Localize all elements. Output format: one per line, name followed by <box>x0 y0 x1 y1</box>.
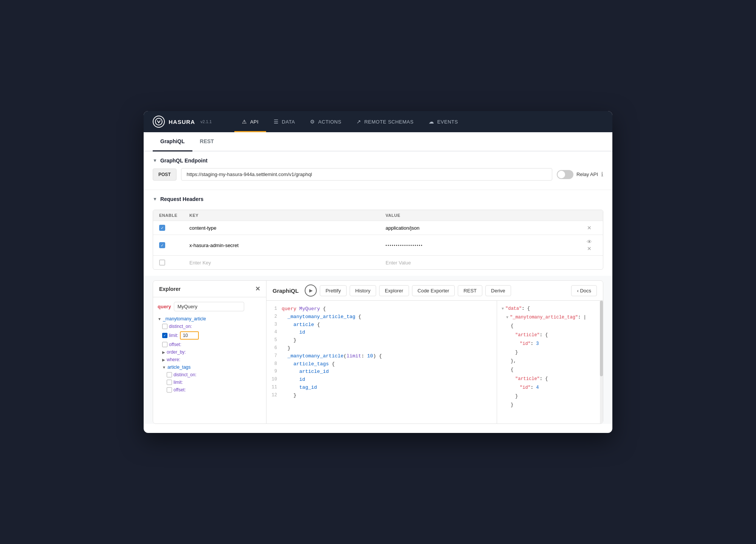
method-badge: POST <box>153 168 177 181</box>
explorer-close-button[interactable]: ✕ <box>255 285 260 292</box>
nav-label-events: EVENTS <box>437 119 458 125</box>
nav-item-events[interactable]: ☁ EVENTS <box>421 111 466 132</box>
code-line-12: 12 } <box>271 392 492 400</box>
headers-chevron-icon: ▼ <box>153 196 157 202</box>
nav-item-data[interactable]: ☰ DATA <box>266 111 302 132</box>
tree-param-offset[interactable]: offset: <box>162 341 262 348</box>
logo-text: HASURA <box>169 119 195 125</box>
api-icon: ⚠ <box>242 119 247 125</box>
param-label-distinct-on: distinct_on: <box>169 324 192 329</box>
graphiql-toolbar: GraphiQL ▶ Prettify History Explorer Cod… <box>266 281 603 301</box>
app-window: HASURA v2.1.1 ⚠ API ☰ DATA ⚙ ACTIONS ↗ R… <box>144 111 612 433</box>
endpoint-url-input[interactable] <box>181 168 552 181</box>
order-by-arrow-icon: ▶ <box>162 350 165 354</box>
param-checkbox-limit-2[interactable] <box>167 380 172 385</box>
param-label-order-by: order_by: <box>167 349 186 355</box>
header-value-placeholder[interactable]: Enter Value <box>386 260 582 266</box>
history-button[interactable]: History <box>350 285 376 296</box>
result-article-key-2: "article": { <box>515 376 548 382</box>
header-key-placeholder[interactable]: Enter Key <box>189 260 386 266</box>
code-line-2: 2 _manytomany_article_tag { <box>271 313 492 321</box>
tree-root-item[interactable]: ▼ _manytomany_article <box>158 315 262 323</box>
result-scrollbar[interactable] <box>600 301 603 423</box>
result-article-tag-arrow: ▼ <box>506 315 508 321</box>
param-checkbox-offset[interactable] <box>162 342 167 347</box>
tree-param-order-by[interactable]: ▶ order_by: <box>162 348 262 356</box>
col-enable: ENABLE <box>159 213 189 218</box>
child-table-label: article_tags <box>167 365 191 370</box>
header-value-1: application/json <box>386 225 582 231</box>
run-query-button[interactable]: ▶ <box>305 284 317 297</box>
tree-param-distinct-on[interactable]: distinct_on: <box>162 323 262 330</box>
tree-child-article-tags[interactable]: ▼ article_tags <box>162 363 262 371</box>
nav-item-remote-schemas[interactable]: ↗ REMOTE SCHEMAS <box>349 111 421 132</box>
rest-button[interactable]: REST <box>458 285 482 296</box>
param-checkbox-limit[interactable]: ✓ <box>162 333 167 338</box>
result-panel: ▼ "data": { ▼ "_manytomany_article_tag":… <box>497 301 603 423</box>
explorer-button[interactable]: Explorer <box>379 285 409 296</box>
explorer-panel: Explorer ✕ query ▼ _manytomany_article <box>153 281 266 423</box>
nav-label-remote-schemas: REMOTE SCHEMAS <box>364 119 414 125</box>
derive-button[interactable]: Derive <box>485 285 511 296</box>
code-line-10: 10 id <box>271 376 492 384</box>
tree-root-label: _manytomany_article <box>163 316 206 321</box>
docs-button[interactable]: ‹ Docs <box>571 285 597 296</box>
prettify-button[interactable]: Prettify <box>320 285 346 296</box>
headers-table: ENABLE KEY VALUE ✓ content-type applicat… <box>153 210 603 270</box>
relay-info-icon[interactable]: ℹ <box>601 171 603 178</box>
code-line-8: 8 article_tags { <box>271 360 492 368</box>
header-enable-checkbox-2[interactable]: ✓ <box>159 242 165 248</box>
header-enable-checkbox-1[interactable]: ✓ <box>159 225 165 231</box>
nav-item-actions[interactable]: ⚙ ACTIONS <box>302 111 349 132</box>
code-editor[interactable]: 1 query MyQuery { 2 _manytomany_article_… <box>266 301 497 423</box>
editor-area: Explorer ✕ query ▼ _manytomany_article <box>153 280 603 424</box>
scrollbar-thumb[interactable] <box>600 301 603 376</box>
top-nav: HASURA v2.1.1 ⚠ API ☰ DATA ⚙ ACTIONS ↗ R… <box>144 111 612 132</box>
code-line-5: 5 } <box>271 337 492 345</box>
nav-label-actions: ACTIONS <box>318 119 341 125</box>
data-icon: ☰ <box>274 119 279 125</box>
events-icon: ☁ <box>429 119 434 125</box>
tree-param-limit[interactable]: ✓ limit: <box>162 330 262 341</box>
relay-label: Relay API <box>576 172 598 177</box>
endpoint-row: POST Relay API ℹ <box>153 168 603 181</box>
result-article-key-1: "article": { <box>515 332 548 338</box>
editor-panes: 1 query MyQuery { 2 _manytomany_article_… <box>266 301 603 423</box>
param-label-offset: offset: <box>169 342 181 347</box>
tab-rest[interactable]: REST <box>192 132 222 151</box>
header-key-1: content-type <box>189 225 386 231</box>
query-row: query <box>158 302 262 311</box>
query-name-input[interactable] <box>174 302 244 311</box>
endpoint-section-header[interactable]: ▼ GraphQL Endpoint <box>153 151 603 168</box>
hasura-logo-icon <box>153 116 165 128</box>
param-label-limit-2: limit: <box>174 380 183 385</box>
code-exporter-button[interactable]: Code Exporter <box>412 285 455 296</box>
explorer-header: Explorer ✕ <box>153 281 266 297</box>
result-arrow-icon: ▼ <box>502 306 504 312</box>
logo-area: HASURA v2.1.1 <box>153 116 212 128</box>
headers-table-header: ENABLE KEY VALUE <box>153 210 603 221</box>
endpoint-chevron-icon: ▼ <box>153 158 157 163</box>
header-delete-btn-1[interactable]: ✕ <box>582 225 597 231</box>
nav-item-api[interactable]: ⚠ API <box>234 111 266 132</box>
explorer-title: Explorer <box>159 286 181 292</box>
tree-param-offset-2[interactable]: offset: <box>167 386 262 394</box>
header-eye-btn-2[interactable]: 👁 <box>587 239 592 245</box>
param-checkbox-offset-2[interactable] <box>167 387 172 393</box>
param-label-limit: limit: <box>169 333 178 338</box>
header-enable-checkbox-new[interactable] <box>159 260 165 266</box>
limit-value-input[interactable] <box>180 331 199 340</box>
header-delete-btn-2[interactable]: ✕ <box>587 246 592 252</box>
explorer-body: query ▼ _manytomany_article distinct_on:… <box>153 297 266 423</box>
code-line-9: 9 article_id <box>271 368 492 376</box>
param-checkbox-distinct-on-2[interactable] <box>167 372 172 377</box>
relay-toggle[interactable] <box>557 170 573 179</box>
tree-param-distinct-on-2[interactable]: distinct_on: <box>167 371 262 379</box>
where-arrow-icon: ▶ <box>162 358 165 362</box>
tree-param-where[interactable]: ▶ where: <box>162 356 262 363</box>
tree-param-limit-2[interactable]: limit: <box>167 379 262 386</box>
param-label-where: where: <box>167 357 180 362</box>
headers-section-header[interactable]: ▼ Request Headers <box>153 190 603 207</box>
tab-graphiql[interactable]: GraphiQL <box>153 132 192 151</box>
param-checkbox-distinct-on[interactable] <box>162 324 167 329</box>
